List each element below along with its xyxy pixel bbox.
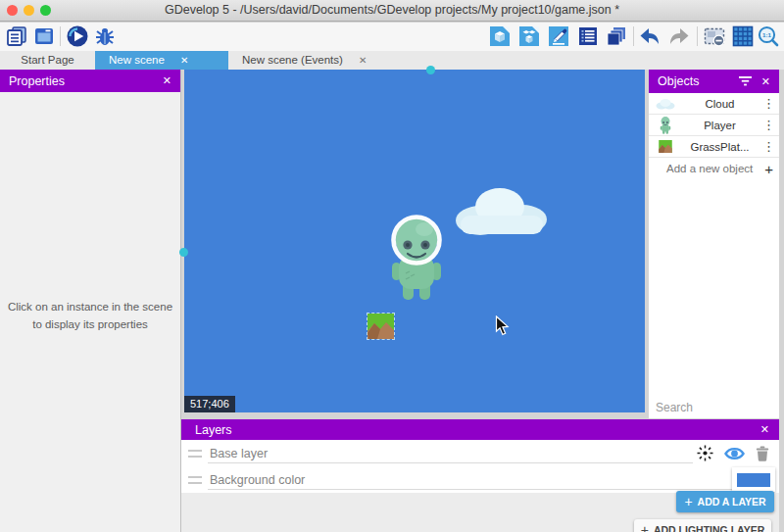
add-new-object-label: Add a new object	[655, 163, 764, 174]
toolbar-separator	[633, 26, 634, 46]
properties-panel-title: Properties	[9, 74, 163, 88]
add-lighting-layer-label: ADD LIGHTING LAYER	[654, 524, 764, 532]
objects-groups-icon[interactable]	[517, 24, 541, 48]
grass-platform-sprite[interactable]	[368, 314, 394, 339]
fullscreen-window-button[interactable]	[40, 5, 51, 16]
close-icon[interactable]: ✕	[760, 423, 769, 436]
cloud-thumbnail	[654, 98, 677, 110]
cursor-coordinates-badge: 517;406	[184, 396, 235, 412]
field-underline	[208, 489, 732, 490]
debug-icon[interactable]	[93, 24, 117, 48]
redo-icon[interactable]	[667, 24, 691, 48]
properties-panel-header: Properties ✕	[0, 70, 180, 92]
objects-panel-header: Objects ✕	[649, 70, 779, 93]
background-color-swatch	[737, 473, 770, 487]
object-row-cloud[interactable]: Cloud ⋮	[649, 93, 779, 115]
main-toolbar: 1:1	[0, 23, 784, 51]
close-icon[interactable]: ✕	[761, 75, 770, 88]
minimize-window-button[interactable]	[24, 5, 34, 16]
plus-icon: +	[641, 522, 649, 532]
svg-text:1:1: 1:1	[762, 31, 772, 38]
mouse-cursor	[495, 315, 510, 336]
preview-play-icon[interactable]	[66, 24, 89, 48]
add-layer-label: ADD A LAYER	[698, 496, 766, 508]
toggle-mask-icon[interactable]	[703, 24, 726, 48]
layer-name-field[interactable]: Background color	[210, 473, 305, 487]
add-layer-button[interactable]: + ADD A LAYER	[676, 491, 774, 512]
toolbar-separator	[60, 26, 61, 46]
objects-panel: Objects ✕ Cloud ⋮ Player ⋮ GrassPlat... …	[649, 70, 779, 418]
tab-label: New scene (Events)	[228, 51, 357, 70]
tab-label: New scene	[95, 51, 178, 70]
undo-icon[interactable]	[638, 24, 662, 48]
add-lighting-layer-button[interactable]: + ADD LIGHTING LAYER	[634, 519, 771, 532]
object-menu-icon[interactable]: ⋮	[762, 96, 774, 111]
instances-list-icon[interactable]	[576, 24, 600, 48]
background-color-picker[interactable]	[732, 467, 775, 492]
object-name: GrassPlat...	[677, 141, 762, 153]
toggle-grid-icon[interactable]	[731, 24, 755, 48]
layer-visibility-eye-icon[interactable]	[724, 446, 745, 461]
drag-handle-icon[interactable]	[188, 476, 202, 484]
object-name: Player	[677, 120, 762, 131]
properties-empty-hint: Click on an instance in the scene to dis…	[5, 299, 175, 334]
object-row-grassplatform[interactable]: GrassPlat... ⋮	[649, 136, 779, 158]
drag-handle-icon[interactable]	[188, 450, 202, 458]
tab-new-scene-events[interactable]: New scene (Events)✕	[228, 51, 415, 70]
layers-panel-header: Layers ✕	[181, 419, 779, 440]
layer-row-background-color: Background color	[181, 466, 779, 493]
objects-search-bar	[649, 396, 779, 418]
close-tab-icon[interactable]: ✕	[357, 51, 376, 70]
add-object-icon[interactable]	[488, 24, 512, 48]
close-window-button[interactable]	[7, 5, 18, 16]
layer-name-field[interactable]: Base layer	[210, 447, 268, 460]
window-title: GDevelop 5 - /Users/david/Documents/GDev…	[0, 0, 784, 21]
layer-effects-icon[interactable]	[697, 445, 713, 461]
grass-platform-thumbnail	[654, 140, 677, 153]
plus-icon: +	[764, 161, 773, 177]
field-underline	[208, 462, 693, 463]
tab-new-scene[interactable]: New scene✕	[95, 51, 228, 70]
layers-panel: Layers ✕ Base layer Background color + A	[181, 419, 779, 532]
search-input[interactable]	[656, 401, 784, 414]
project-manager-icon[interactable]	[5, 24, 28, 48]
tab-label: Start Page	[7, 51, 87, 70]
properties-panel: Properties ✕ Click on an instance in the…	[0, 70, 181, 532]
object-menu-icon[interactable]: ⋮	[762, 139, 774, 154]
object-row-player[interactable]: Player ⋮	[649, 115, 779, 136]
add-new-object-button[interactable]: Add a new object +	[649, 158, 779, 179]
title-bar: GDevelop 5 - /Users/david/Documents/GDev…	[0, 0, 784, 22]
start-page-icon[interactable]	[32, 24, 56, 48]
panel-resize-handle[interactable]	[426, 66, 435, 74]
cloud-sprite[interactable]	[453, 183, 549, 237]
zoom-1-1-icon[interactable]: 1:1	[757, 24, 780, 48]
scene-canvas[interactable]: 517;406	[184, 70, 645, 412]
object-menu-icon[interactable]: ⋮	[762, 118, 774, 132]
layers-panel-title: Layers	[195, 423, 760, 437]
panel-resize-handle[interactable]	[179, 248, 188, 257]
object-name: Cloud	[677, 98, 762, 110]
plus-icon: +	[684, 494, 692, 509]
filter-icon[interactable]	[739, 76, 752, 86]
player-thumbnail	[654, 117, 677, 134]
objects-panel-title: Objects	[658, 74, 739, 88]
edit-scene-properties-icon[interactable]	[547, 24, 570, 48]
layer-row-base: Base layer	[181, 440, 779, 466]
selection-ring	[390, 214, 443, 266]
delete-layer-trash-icon[interactable]	[756, 446, 769, 461]
tab-start-page[interactable]: Start Page	[0, 51, 95, 70]
toolbar-separator	[697, 26, 698, 46]
layers-toolbar-icon[interactable]	[605, 24, 628, 48]
close-icon[interactable]: ✕	[163, 74, 172, 87]
close-tab-icon[interactable]: ✕	[178, 51, 198, 70]
editor-tab-bar: Start Page New scene✕ New scene (Events)…	[0, 51, 784, 70]
